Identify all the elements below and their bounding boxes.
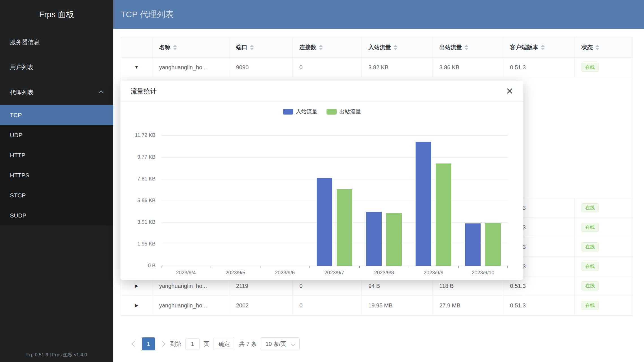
total-count-label: 共 7 条: [239, 340, 257, 348]
sort-caret-icon[interactable]: [250, 45, 254, 50]
x-axis-label: 2023/9/4: [161, 270, 211, 276]
chevron-right-icon: [160, 341, 165, 347]
legend-swatch-icon: [327, 109, 337, 115]
column-header[interactable]: 客户端版本: [503, 37, 575, 58]
table-cell: 3.86 KB: [433, 58, 503, 77]
column-header-label: 出站流量: [439, 44, 462, 51]
legend-item[interactable]: 出站流量: [327, 108, 361, 115]
modal-header: 流量统计 ×: [120, 81, 523, 102]
column-header-label: 状态: [582, 44, 593, 51]
sidebar-item-label: 用户列表: [10, 63, 34, 71]
gridline: [161, 244, 508, 244]
status-badge: 在线: [582, 262, 598, 271]
page-number-1[interactable]: 1: [142, 337, 155, 350]
legend-item[interactable]: 入站流量: [283, 108, 317, 115]
column-header[interactable]: 状态: [575, 37, 633, 58]
y-axis-label: 11.72 KB: [120, 132, 155, 138]
sidebar-item-https[interactable]: HTTPS: [0, 165, 113, 185]
sidebar-footer: Frp 0.51.3 | Frps 面板 v1.4.0: [0, 352, 113, 358]
modal-title: 流量统计: [131, 87, 157, 96]
sort-caret-icon[interactable]: [464, 45, 468, 50]
sidebar-item-label: 服务器信息: [10, 38, 40, 46]
sidebar-item-sudp[interactable]: SUDP: [0, 205, 113, 225]
expand-row-icon[interactable]: ▶: [135, 303, 138, 308]
status-cell: 在线: [575, 296, 633, 315]
next-page-button[interactable]: [159, 337, 166, 350]
table-cell: 27.9 MB: [433, 296, 503, 315]
table-cell: 9090: [229, 58, 293, 77]
goto-page-input[interactable]: [185, 338, 200, 350]
column-header-label: 连接数: [299, 44, 316, 51]
sidebar-item-label: STCP: [10, 192, 26, 199]
sort-caret-icon[interactable]: [319, 45, 323, 50]
sidebar-item-tcp[interactable]: TCP: [0, 105, 113, 125]
column-header[interactable]: 入站流量: [362, 37, 433, 58]
page-header: TCP 代理列表: [113, 0, 644, 29]
legend-label: 入站流量: [296, 108, 317, 115]
column-header[interactable]: 名称: [152, 37, 229, 58]
page-size-select[interactable]: 10 条/页: [261, 337, 299, 350]
column-header[interactable]: 端口: [229, 37, 293, 58]
axis-tick: [310, 266, 310, 268]
bar-inbound: [465, 223, 481, 266]
sidebar-item-http[interactable]: HTTP: [0, 145, 113, 165]
sidebar-item-udp[interactable]: UDP: [0, 125, 113, 145]
chevron-up-icon: [98, 90, 103, 95]
gridline: [161, 135, 508, 136]
status-badge: 在线: [582, 203, 598, 212]
column-header[interactable]: 出站流量: [433, 37, 503, 58]
x-axis-label: 2023/9/10: [458, 270, 508, 276]
sidebar-menu: 服务器信息 用户列表 代理列表 TCP UDP HTTP HTTPS STCP …: [0, 29, 113, 225]
bar-outbound: [485, 223, 501, 266]
table-row: ▶yanghuanglin_ho...2002019.95 MB27.9 MB0…: [121, 296, 633, 315]
prev-page-button[interactable]: [131, 337, 138, 350]
sidebar-item-server-info[interactable]: 服务器信息: [0, 29, 113, 55]
traffic-chart: 11.72 KB9.77 KB7.81 KB5.86 KB3.91 KB1.95…: [161, 135, 508, 266]
column-header-label: 名称: [159, 44, 170, 51]
expand-cell: ▼: [121, 58, 152, 77]
gridline: [161, 179, 508, 179]
column-header[interactable]: 连接数: [293, 37, 362, 58]
bar-outbound: [337, 189, 352, 266]
expand-cell: ▶: [121, 296, 152, 315]
y-axis-label: 9.77 KB: [120, 154, 155, 160]
sidebar-item-stcp[interactable]: STCP: [0, 185, 113, 205]
table-cell: 0.51.3: [503, 58, 575, 77]
legend-swatch-icon: [283, 109, 293, 115]
collapse-row-icon[interactable]: ▼: [134, 65, 139, 70]
sort-caret-icon[interactable]: [394, 45, 397, 50]
sort-caret-icon[interactable]: [595, 45, 599, 50]
gridline: [161, 222, 508, 223]
x-axis-label: 2023/9/9: [409, 270, 458, 276]
close-icon[interactable]: ×: [506, 85, 513, 97]
table-cell: 2002: [229, 296, 293, 315]
sidebar-item-label: SUDP: [10, 212, 26, 219]
table-cell: 19.95 MB: [362, 296, 433, 315]
y-axis-label: 7.81 KB: [120, 176, 155, 182]
page-title: TCP 代理列表: [121, 9, 174, 20]
proxy-submenu: TCP UDP HTTP HTTPS STCP SUDP: [0, 105, 113, 225]
status-badge: 在线: [582, 242, 598, 251]
pagination: 1 到第 页 确定 共 7 条 10 条/页: [131, 337, 300, 350]
sidebar: Frps 面板 服务器信息 用户列表 代理列表 TCP UDP HTTP HTT…: [0, 0, 113, 362]
gridline: [161, 201, 508, 201]
x-axis-label: 2023/9/7: [310, 270, 359, 276]
page-size-value: 10 条/页: [265, 340, 286, 348]
sidebar-item-proxy-list[interactable]: 代理列表: [0, 80, 113, 105]
sort-caret-icon[interactable]: [541, 45, 545, 50]
expand-row-icon[interactable]: ▶: [135, 284, 138, 288]
sidebar-item-user-list[interactable]: 用户列表: [0, 55, 113, 80]
expand-column-header: [121, 37, 152, 58]
status-cell: 在线: [575, 276, 633, 296]
status-cell: 在线: [575, 58, 633, 77]
sidebar-item-label: UDP: [10, 132, 22, 139]
bar-inbound: [366, 212, 382, 266]
status-badge: 在线: [582, 223, 598, 232]
confirm-button[interactable]: 确定: [213, 338, 235, 350]
sidebar-item-label: TCP: [10, 112, 22, 118]
status-cell: 在线: [575, 198, 633, 218]
x-axis-label: 2023/9/5: [211, 270, 260, 276]
bar-outbound: [386, 213, 402, 266]
bar-inbound: [317, 178, 332, 266]
sort-caret-icon[interactable]: [173, 45, 177, 50]
